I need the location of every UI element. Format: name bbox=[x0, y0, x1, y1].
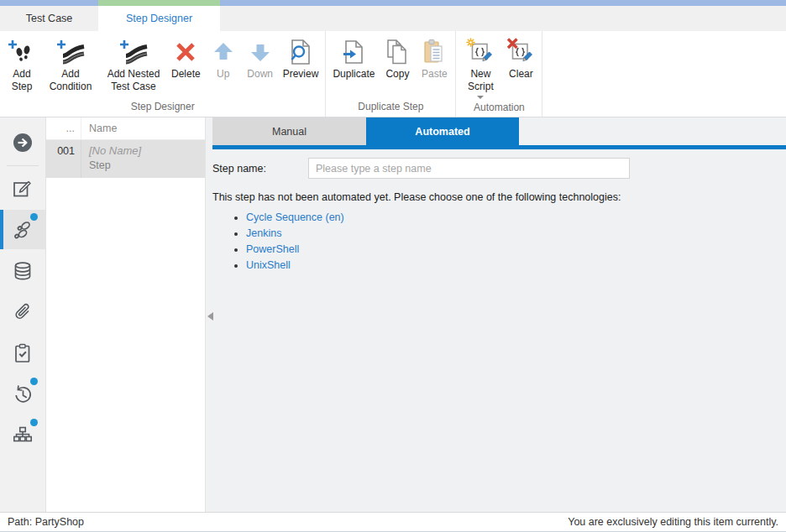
add-step-button[interactable]: Add Step bbox=[3, 35, 41, 94]
add-nested-test-case-label: Add Nested Test Case bbox=[104, 68, 163, 93]
technology-link-jenkins[interactable]: Jenkins bbox=[246, 227, 281, 239]
add-nested-test-case-button[interactable]: Add Nested Test Case bbox=[100, 35, 167, 94]
step-number: 001 bbox=[46, 140, 81, 178]
step-list-header: ... Name bbox=[46, 117, 205, 140]
status-editing-message: You are exclusively editing this item cu… bbox=[568, 516, 778, 528]
step-list-header-name: Name bbox=[81, 123, 205, 134]
database-icon bbox=[12, 260, 34, 282]
preview-label: Preview bbox=[283, 68, 319, 81]
ribbon-filler bbox=[542, 31, 786, 117]
ribbon-group-label-duplicate-step: Duplicate Step bbox=[328, 99, 453, 117]
sidebar-divider bbox=[7, 165, 39, 166]
add-nested-test-case-icon bbox=[119, 36, 148, 68]
ribbon-group-duplicate-step: Duplicate Copy bbox=[326, 31, 456, 117]
sidebar-item-steps[interactable] bbox=[0, 210, 45, 249]
arrow-circle-right-icon bbox=[12, 132, 34, 154]
delete-icon bbox=[171, 36, 200, 68]
sidebar-item-navigate[interactable] bbox=[0, 123, 45, 162]
new-script-label: New Script bbox=[463, 68, 498, 93]
duplicate-button[interactable]: Duplicate bbox=[328, 35, 379, 81]
paste-icon bbox=[420, 36, 448, 68]
technology-list: Cycle Sequence (en) Jenkins PowerShell U… bbox=[246, 211, 778, 271]
add-step-icon bbox=[8, 36, 36, 68]
tab-test-case[interactable]: Test Case bbox=[0, 6, 98, 31]
hierarchy-badge bbox=[30, 419, 38, 426]
ribbon-group-step-designer: Add Step Add Condition bbox=[0, 31, 326, 117]
left-sidebar bbox=[0, 117, 46, 512]
down-label: Down bbox=[247, 68, 273, 81]
sidebar-item-data[interactable] bbox=[0, 251, 45, 290]
history-badge bbox=[30, 378, 38, 385]
step-type-text: Step bbox=[89, 159, 197, 171]
duplicate-label: Duplicate bbox=[333, 68, 375, 81]
new-script-button[interactable]: New Script bbox=[458, 35, 502, 100]
clear-script-icon bbox=[506, 36, 535, 68]
add-condition-button[interactable]: Add Condition bbox=[41, 35, 100, 94]
up-arrow-icon bbox=[209, 36, 238, 68]
paste-button: Paste bbox=[416, 35, 453, 81]
add-condition-icon bbox=[56, 36, 85, 68]
delete-button[interactable]: Delete bbox=[167, 35, 205, 81]
sidebar-item-attachments[interactable] bbox=[0, 292, 45, 331]
step-name-text: [No Name] bbox=[89, 144, 197, 157]
paste-label: Paste bbox=[422, 68, 448, 81]
step-name-cell: [No Name] Step bbox=[81, 140, 205, 178]
sidebar-item-checklist[interactable] bbox=[0, 333, 45, 373]
step-name-input[interactable] bbox=[308, 158, 630, 179]
steps-icon bbox=[11, 218, 34, 242]
collapse-panel-handle[interactable] bbox=[207, 312, 213, 321]
ribbon-group-label-step-designer: Step Designer bbox=[3, 99, 322, 117]
technology-link-powershell[interactable]: PowerShell bbox=[246, 243, 299, 255]
tab-manual[interactable]: Manual bbox=[212, 117, 366, 145]
copy-button[interactable]: Copy bbox=[379, 35, 416, 81]
steps-badge bbox=[30, 213, 38, 221]
edit-icon bbox=[12, 178, 34, 200]
step-name-label: Step name: bbox=[212, 163, 308, 175]
sidebar-item-edit[interactable] bbox=[0, 169, 45, 208]
down-button: Down bbox=[242, 35, 279, 81]
tab-bar-filler bbox=[220, 6, 786, 31]
technology-list-item: Cycle Sequence (en) bbox=[246, 211, 778, 223]
editor-tab-bar: Manual Automated bbox=[206, 117, 786, 145]
technology-list-item: Jenkins bbox=[246, 227, 778, 239]
ribbon-group-label-automation: Automation bbox=[458, 100, 539, 117]
step-list-header-number: ... bbox=[46, 117, 81, 139]
window-tab-bar: Test Case Step Designer bbox=[0, 6, 786, 31]
tab-step-designer[interactable]: Step Designer bbox=[98, 6, 220, 31]
sidebar-item-history[interactable] bbox=[0, 374, 45, 414]
technology-link-unixshell[interactable]: UnixShell bbox=[246, 259, 291, 271]
add-condition-label: Add Condition bbox=[45, 68, 96, 93]
add-step-label: Add Step bbox=[7, 68, 37, 93]
app-window: Test Case Step Designer bbox=[0, 0, 786, 532]
step-editor-panel: Manual Automated Step name: This step ha… bbox=[206, 117, 786, 512]
history-icon bbox=[12, 383, 34, 405]
active-tab-top-accent bbox=[98, 0, 220, 6]
up-label: Up bbox=[217, 68, 229, 81]
clear-script-button[interactable]: Clear bbox=[502, 35, 539, 81]
status-bar: Path: PartyShop You are exclusively edit… bbox=[0, 512, 786, 532]
automation-info-text: This step has not been automated yet. Pl… bbox=[212, 191, 778, 203]
duplicate-icon bbox=[339, 36, 368, 68]
window-top-strip bbox=[0, 0, 786, 6]
ribbon-toolbar: Add Step Add Condition bbox=[0, 31, 786, 117]
clear-script-label: Clear bbox=[509, 68, 533, 81]
preview-icon bbox=[286, 36, 315, 68]
hierarchy-icon bbox=[12, 425, 34, 446]
copy-label: Copy bbox=[385, 68, 409, 81]
tab-automated[interactable]: Automated bbox=[366, 117, 519, 145]
paperclip-icon bbox=[12, 301, 34, 323]
technology-list-item: PowerShell bbox=[246, 243, 778, 255]
technology-list-item: UnixShell bbox=[246, 259, 778, 271]
status-path: Path: PartyShop bbox=[8, 516, 84, 528]
new-script-dropdown-arrow[interactable] bbox=[477, 96, 484, 99]
down-arrow-icon bbox=[246, 36, 275, 68]
up-button: Up bbox=[205, 35, 242, 81]
sidebar-item-hierarchy[interactable] bbox=[0, 415, 45, 455]
clipboard-check-icon bbox=[12, 342, 34, 364]
step-list-row[interactable]: 001 [No Name] Step bbox=[46, 140, 205, 178]
step-list-panel: ... Name 001 [No Name] Step bbox=[46, 117, 206, 512]
copy-icon bbox=[383, 36, 411, 68]
new-script-icon bbox=[466, 36, 495, 68]
technology-link-cycle-sequence[interactable]: Cycle Sequence (en) bbox=[246, 211, 344, 223]
preview-button[interactable]: Preview bbox=[279, 35, 323, 81]
